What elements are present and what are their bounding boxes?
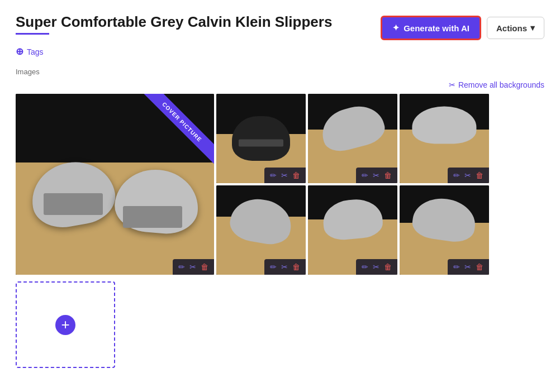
- image-cell-2-overlay: ✏ ✂ 🗑: [356, 168, 397, 183]
- img3-cut-button[interactable]: ✂: [464, 171, 471, 180]
- img6-edit-button[interactable]: ✏: [453, 262, 460, 271]
- img2-cut-button[interactable]: ✂: [373, 171, 379, 180]
- remove-all-backgrounds-link[interactable]: ✂ Remove all backgrounds: [449, 80, 544, 89]
- actions-btn-label: Actions: [496, 23, 527, 33]
- image-cell-cover: COVER PICTURE ✏ ✂ 🗑: [16, 94, 214, 275]
- img2-edit-button[interactable]: ✏: [362, 171, 368, 180]
- img4-delete-button[interactable]: 🗑: [292, 262, 300, 271]
- image-cell-3: ✏ ✂ 🗑: [400, 94, 489, 183]
- image-cell-1: ✏ ✂ 🗑: [216, 94, 306, 183]
- image-cell-1-overlay: ✏ ✂ 🗑: [264, 168, 306, 183]
- img2-delete-button[interactable]: 🗑: [384, 171, 392, 180]
- image-cell-3-overlay: ✏ ✂ 🗑: [448, 168, 489, 183]
- tags-label: Tags: [27, 47, 44, 56]
- ai-icon: ✦: [392, 23, 400, 33]
- img4-edit-button[interactable]: ✏: [270, 262, 277, 271]
- page-title: Super Comfortable Grey Calvin Klein Slip…: [16, 13, 332, 31]
- img1-delete-button[interactable]: 🗑: [292, 171, 300, 180]
- cover-image-overlay: ✏ ✂ 🗑: [173, 259, 214, 275]
- title-section: Super Comfortable Grey Calvin Klein Slip…: [16, 13, 332, 42]
- image-cell-5-overlay: ✏ ✂ 🗑: [356, 259, 397, 275]
- add-image-box[interactable]: +: [16, 281, 115, 368]
- image-cell-2: ✏ ✂ 🗑: [308, 94, 397, 183]
- generate-ai-button[interactable]: ✦ Generate with AI: [381, 16, 481, 40]
- cover-delete-button[interactable]: 🗑: [201, 262, 208, 271]
- img1-edit-button[interactable]: ✏: [270, 171, 277, 180]
- image-cell-6-overlay: ✏ ✂ 🗑: [448, 259, 489, 275]
- img5-cut-button[interactable]: ✂: [373, 262, 379, 271]
- add-tag-icon: ⊕: [16, 46, 23, 58]
- image-cell-4-overlay: ✏ ✂ 🗑: [264, 259, 306, 275]
- img5-edit-button[interactable]: ✏: [362, 262, 368, 271]
- image-cell-5: ✏ ✂ 🗑: [308, 185, 397, 275]
- header-actions: ✦ Generate with AI Actions ▾: [381, 16, 544, 40]
- title-underline: [16, 33, 49, 35]
- image-cell-4: ✏ ✂ 🗑: [216, 185, 306, 275]
- tags-row[interactable]: ⊕ Tags: [16, 46, 544, 58]
- generate-btn-label: Generate with AI: [404, 23, 469, 33]
- cover-cut-button[interactable]: ✂: [189, 262, 196, 271]
- img5-delete-button[interactable]: 🗑: [384, 262, 392, 271]
- cover-edit-button[interactable]: ✏: [178, 262, 185, 271]
- image-cell-6: ✏ ✂ 🗑: [400, 185, 489, 275]
- chevron-down-icon: ▾: [530, 23, 535, 33]
- img3-edit-button[interactable]: ✏: [453, 171, 460, 180]
- img6-cut-button[interactable]: ✂: [464, 262, 471, 271]
- remove-bg-row: ✂ Remove all backgrounds: [16, 80, 544, 89]
- add-image-button[interactable]: +: [55, 315, 75, 335]
- img3-delete-button[interactable]: 🗑: [476, 171, 483, 180]
- actions-button[interactable]: Actions ▾: [487, 17, 544, 39]
- page-header: Super Comfortable Grey Calvin Klein Slip…: [16, 13, 544, 42]
- scissors-icon: ✂: [449, 80, 455, 89]
- images-grid: COVER PICTURE ✏ ✂ 🗑 ✏ ✂ 🗑 ✏ ✂ 🗑: [16, 94, 544, 275]
- img6-delete-button[interactable]: 🗑: [476, 262, 483, 271]
- images-section-label: Images: [16, 68, 544, 76]
- remove-bg-label: Remove all backgrounds: [458, 80, 544, 89]
- img1-cut-button[interactable]: ✂: [281, 171, 288, 180]
- img4-cut-button[interactable]: ✂: [281, 262, 288, 271]
